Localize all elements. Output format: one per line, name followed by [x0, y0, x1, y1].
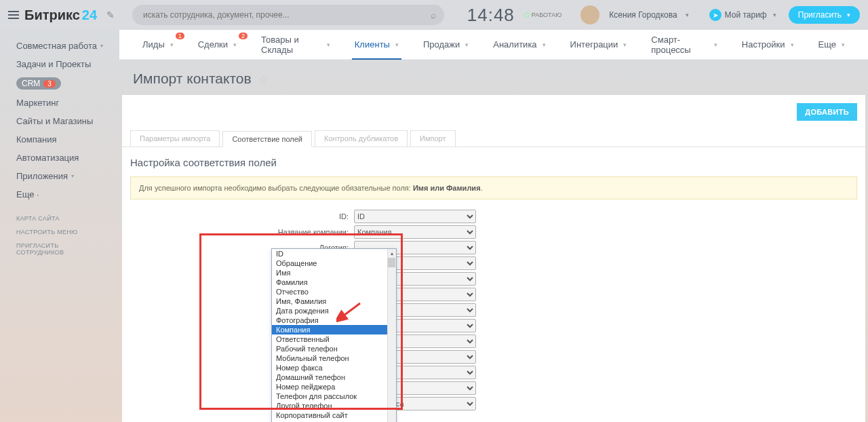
dropdown-option[interactable]: Обращение: [272, 258, 396, 268]
logo[interactable]: Битрикс 24: [24, 7, 97, 23]
step-tabs: Параметры импортаСоответствие полейКонтр…: [122, 128, 865, 147]
crm-count-badge: 3: [43, 80, 56, 88]
chevron-down-icon: ▾: [791, 41, 794, 48]
dropdown-option[interactable]: Телефон для рассылок: [272, 391, 396, 401]
sidebar-item-tasks[interactable]: Задачи и Проекты: [0, 55, 119, 73]
logo-suffix: 24: [82, 7, 97, 23]
main: Лиды▾1Сделки▾2Товары и Склады▾Клиенты▾Пр…: [119, 30, 868, 422]
sidebar-item-apps[interactable]: Приложения▾: [0, 167, 119, 185]
dropdown-option[interactable]: Рабочий телефон: [272, 344, 396, 353]
search-input[interactable]: [132, 5, 444, 25]
chevron-down-icon: ▾: [395, 41, 399, 48]
tab-6[interactable]: Интеграции▾: [564, 30, 634, 60]
company-dropdown-list[interactable]: ▴ ▾ IDОбращениеИмяФамилияОтчествоИмя, Фа…: [271, 248, 397, 422]
field-row: Название компании:Компания: [198, 225, 857, 239]
chevron-down-icon: ▾: [623, 41, 627, 48]
step-body: Настройка соответствия полей Для успешно…: [122, 147, 865, 422]
dropdown-option[interactable]: Фамилия: [272, 277, 396, 287]
user-name[interactable]: Ксения Городкова: [609, 10, 677, 20]
tab-0[interactable]: Лиды▾1: [136, 30, 180, 60]
page-title-row: Импорт контактов ☆: [119, 60, 868, 92]
warning-banner: Для успешного импорта необходимо выбрать…: [130, 176, 857, 199]
dropdown-option[interactable]: Имя, Фамилия: [272, 296, 396, 306]
sidebar-item-marketing[interactable]: Маркетинг: [0, 94, 119, 112]
scrollbar-thumb[interactable]: [388, 258, 395, 267]
chevron-down-icon: ▾: [71, 173, 74, 179]
hamburger-icon[interactable]: [8, 11, 19, 19]
tab-2[interactable]: Товары и Склады▾: [254, 30, 337, 60]
dropdown-option[interactable]: ID: [272, 249, 396, 258]
work-status[interactable]: РАБОТАЮ: [524, 12, 562, 18]
sidebar-item-sites[interactable]: Сайты и Магазины: [0, 112, 119, 130]
scrollbar-track[interactable]: ▴ ▾: [387, 249, 396, 422]
dropdown-option[interactable]: Домашний телефон: [272, 372, 396, 382]
sidebar-item-collab[interactable]: Совместная работа▾: [0, 37, 119, 55]
chevron-down-icon: ▾: [327, 41, 330, 48]
chevron-down-icon: ▾: [542, 41, 546, 48]
sidebar-item-automation[interactable]: Автоматизация: [0, 149, 119, 167]
chevron-down-icon: ▾: [170, 41, 174, 48]
add-button[interactable]: ДОБАВИТЬ: [797, 103, 857, 121]
sidebar-config-menu[interactable]: НАСТРОИТЬ МЕНЮ: [0, 225, 119, 239]
sidebar-item-more[interactable]: Еще ·: [0, 185, 119, 204]
search-icon[interactable]: ⌕: [431, 9, 436, 20]
search-wrap: ⌕: [132, 5, 444, 25]
chevron-down-icon: ▾: [773, 12, 776, 18]
sidebar: Совместная работа▾ Задачи и Проекты CRM3…: [0, 30, 119, 422]
avatar[interactable]: [580, 5, 599, 24]
sidebar-invite[interactable]: ПРИГЛАСИТЬ СОТРУДНИКОВ: [0, 239, 119, 259]
field-select-1[interactable]: Компания: [354, 225, 476, 239]
field-grid: ID:IDНазвание компании:КомпанияЛоготип:Т…: [130, 209, 857, 411]
tab-3[interactable]: Клиенты▾: [348, 30, 406, 60]
dropdown-option[interactable]: Другой телефон: [272, 401, 396, 410]
sidebar-item-crm[interactable]: CRM3: [0, 73, 119, 94]
chevron-down-icon: ▾: [100, 43, 103, 49]
tab-1[interactable]: Сделки▾2: [191, 30, 243, 60]
step-tab-2[interactable]: Контроль дубликатов: [315, 130, 408, 147]
chevron-down-icon: ▾: [465, 41, 469, 48]
sidebar-item-company[interactable]: Компания: [0, 130, 119, 149]
step-tab-0[interactable]: Параметры импорта: [130, 130, 220, 147]
tab-4[interactable]: Продажи▾: [416, 30, 475, 60]
tab-7[interactable]: Смарт-процессы▾: [644, 30, 724, 60]
chevron-down-icon[interactable]: ▾: [686, 12, 689, 18]
sidebar-sitemap[interactable]: КАРТА САЙТА: [0, 212, 119, 225]
tab-8[interactable]: Настройки▾: [735, 30, 801, 60]
field-label: ID:: [198, 212, 354, 220]
dropdown-option[interactable]: Номер пейджера: [272, 382, 396, 391]
dropdown-option[interactable]: Компания: [272, 325, 396, 334]
scroll-up-icon[interactable]: ▴: [387, 249, 396, 258]
chevron-down-icon: ▾: [847, 12, 850, 18]
tab-5[interactable]: Аналитика▾: [486, 30, 552, 60]
dropdown-option[interactable]: Дата рождения: [272, 306, 396, 315]
dropdown-option[interactable]: Ответственный: [272, 334, 396, 344]
chevron-down-icon: ▾: [714, 41, 717, 48]
dropdown-option[interactable]: Фотография: [272, 315, 396, 325]
clock: 14:48: [467, 5, 515, 26]
field-select-0[interactable]: ID: [354, 210, 476, 223]
dropdown-option[interactable]: Мобильный телефон: [272, 353, 396, 363]
dropdown-option[interactable]: Корпоративный сайт: [272, 410, 396, 420]
step-tab-3[interactable]: Импорт: [410, 130, 455, 147]
step-tab-1[interactable]: Соответствие полей: [222, 131, 312, 147]
tariff-button[interactable]: ➤ Мой тариф ▾: [709, 9, 776, 21]
chevron-down-icon: ▾: [842, 41, 845, 48]
tabs-bar: Лиды▾1Сделки▾2Товары и Склады▾Клиенты▾Пр…: [119, 30, 868, 60]
invite-button[interactable]: Пригласить ▾: [789, 6, 860, 24]
logo-text: Битрикс: [24, 7, 80, 23]
topbar: Битрикс 24 ✎ ⌕ 14:48 РАБОТАЮ Ксения Горо…: [0, 0, 868, 30]
tab-badge: 1: [176, 33, 184, 39]
dropdown-option[interactable]: Имя: [272, 268, 396, 277]
field-label: Название компании:: [198, 228, 354, 236]
rocket-icon: ➤: [709, 9, 722, 21]
content-card: ДОБАВИТЬ Параметры импортаСоответствие п…: [122, 95, 865, 422]
tab-badge: 2: [239, 33, 248, 39]
star-icon[interactable]: ☆: [258, 73, 268, 85]
dropdown-option[interactable]: Номер факса: [272, 363, 396, 372]
dropdown-option[interactable]: Отчество: [272, 287, 396, 296]
field-row: ID:ID: [198, 209, 857, 224]
chevron-down-icon: ▾: [233, 41, 237, 48]
pencil-icon[interactable]: ✎: [106, 9, 115, 20]
page-title: Импорт контактов: [133, 71, 252, 87]
tab-9[interactable]: Еще▾: [812, 30, 852, 60]
